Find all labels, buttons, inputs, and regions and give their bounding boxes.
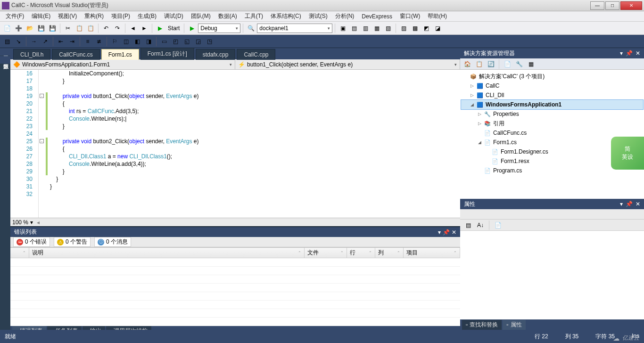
error-col-header[interactable]: 列⌃: [375, 247, 404, 258]
error-badge[interactable]: ⓘ0 个消息: [94, 237, 131, 247]
error-col-header[interactable]: 项目⌃: [404, 247, 460, 258]
bookmark-icon[interactable]: ⚐: [109, 36, 120, 47]
nav-back-icon[interactable]: ◄: [128, 23, 138, 33]
run-icon[interactable]: ▶: [187, 23, 197, 33]
t2-icon-11[interactable]: ◨: [143, 36, 154, 47]
menu-团队(M)[interactable]: 团队(M): [187, 11, 215, 21]
start-play-icon[interactable]: ▶: [155, 23, 165, 33]
error-badge[interactable]: ⛔0 个错误: [13, 237, 50, 247]
menu-编辑(E)[interactable]: 编辑(E): [28, 11, 54, 21]
t2-icon-4[interactable]: ↗: [40, 36, 50, 47]
paste-icon[interactable]: 📋: [85, 23, 96, 33]
config-combo[interactable]: Debug: [198, 24, 240, 33]
add-item-icon[interactable]: ➕: [13, 23, 24, 33]
menu-生成(B)[interactable]: 生成(B): [134, 11, 160, 21]
dx-icon-8[interactable]: ◩: [421, 23, 431, 33]
props-close-icon[interactable]: ✕: [636, 201, 640, 207]
redo-icon[interactable]: ↷: [112, 23, 123, 33]
solution-tree[interactable]: 📦解决方案'CallC' (3 个项目)▷🟦CallC▷🟦CLI_Dll◢🟦Wi…: [460, 70, 644, 199]
file-tab[interactable]: CallCFunc.cs: [52, 49, 99, 60]
sol-tb-5[interactable]: 🔧: [514, 59, 524, 69]
close-button[interactable]: ✕: [620, 1, 642, 10]
sol-pin-icon[interactable]: 📌: [626, 50, 633, 57]
error-col-header[interactable]: 行⌃: [347, 247, 375, 258]
props-dropdown-icon[interactable]: ▾: [620, 201, 623, 207]
dx-icon-2[interactable]: ▤: [349, 23, 359, 33]
menu-体系结构(C)[interactable]: 体系结构(C): [267, 11, 305, 21]
dx-icon-6[interactable]: ▨: [398, 23, 409, 33]
t2-icon-9[interactable]: ◫: [121, 36, 131, 47]
sol-tb-2[interactable]: 📋: [474, 59, 484, 69]
open-icon[interactable]: 📂: [25, 23, 35, 33]
menu-视图(V)[interactable]: 视图(V): [54, 11, 81, 21]
cut-icon[interactable]: ✂: [63, 23, 73, 33]
menu-工具(T)[interactable]: 工具(T): [241, 11, 267, 21]
nav-method-combo[interactable]: ⚡ button1_Click(object sender, EventArgs…: [235, 59, 460, 69]
error-col-header[interactable]: 说明⌃: [29, 247, 305, 258]
menu-调试(D)[interactable]: 调试(D): [160, 11, 187, 21]
t2-icon-10[interactable]: ◧: [132, 36, 142, 47]
error-grid[interactable]: ⌃说明⌃文件⌃行⌃列⌃项目⌃: [10, 247, 460, 326]
right-bottom-tab[interactable]: ▫属性: [503, 320, 525, 330]
dx-icon-1[interactable]: ▣: [338, 23, 348, 33]
left-tab[interactable]: 数据源: [0, 56, 10, 64]
file-tab[interactable]: CLI_Dll.h: [13, 49, 50, 60]
error-col-header[interactable]: 文件⌃: [305, 247, 347, 258]
error-col-header[interactable]: ⌃: [10, 247, 29, 258]
find-combo[interactable]: dockpanel1: [257, 24, 332, 33]
props-pages-icon[interactable]: 📄: [493, 220, 503, 230]
maximize-button[interactable]: □: [605, 1, 619, 10]
sol-dropdown-icon[interactable]: ▾: [620, 50, 623, 57]
code-editor[interactable]: 1617181920212223242526272829303132 -- In…: [10, 70, 460, 218]
props-az-icon[interactable]: A↓: [475, 220, 486, 230]
panel-pin-icon[interactable]: 📌: [443, 229, 450, 236]
error-badge[interactable]: ⚠0 个警告: [54, 237, 91, 247]
tree-item[interactable]: ▷🔧Properties: [461, 109, 643, 119]
undo-icon[interactable]: ↶: [101, 23, 111, 33]
dx-icon-7[interactable]: ▩: [410, 23, 420, 33]
indent-more-icon[interactable]: ⇥: [67, 36, 77, 47]
tree-item[interactable]: ▷🟦CLI_Dll: [461, 90, 643, 100]
props-cat-icon[interactable]: ▤: [463, 220, 473, 230]
tree-item[interactable]: ▷🟦CallC: [461, 81, 643, 90]
panel-dropdown-icon[interactable]: ▾: [438, 229, 441, 236]
right-bottom-tab[interactable]: ▫查找和替换: [462, 320, 502, 330]
menu-窗口(W)[interactable]: 窗口(W): [396, 11, 424, 21]
sol-close-icon[interactable]: ✕: [636, 50, 640, 57]
menu-DevExpress[interactable]: DevExpress: [358, 12, 396, 21]
menu-测试(S)[interactable]: 测试(S): [305, 11, 331, 21]
file-tab[interactable]: Form1.cs: [101, 49, 139, 60]
copy-icon[interactable]: 📋: [74, 23, 84, 33]
t2-icon-1[interactable]: ▤: [2, 36, 12, 47]
dx-icon-4[interactable]: ▦: [372, 23, 382, 33]
file-tab[interactable]: stdafx.cpp: [196, 49, 236, 60]
dx-icon-3[interactable]: ▥: [360, 23, 371, 33]
t2-icon-15[interactable]: ◲: [193, 36, 203, 47]
tree-item[interactable]: ◢🟦WindowsFormsApplication1: [461, 100, 643, 109]
save-all-icon[interactable]: 💾: [47, 23, 58, 33]
sol-tb-6[interactable]: ▦: [526, 59, 536, 69]
t2-icon-12[interactable]: ▭: [159, 36, 169, 47]
code-lines[interactable]: InitializeComponent(); } private void bu…: [48, 70, 460, 218]
menu-分析(N)[interactable]: 分析(N): [331, 11, 358, 21]
new-project-icon[interactable]: 📄: [2, 23, 12, 33]
find-icon[interactable]: 🔍: [246, 23, 256, 33]
sol-tb-1[interactable]: 🏠: [462, 59, 472, 69]
t2-icon-16[interactable]: ◳: [204, 36, 215, 47]
t2-icon-13[interactable]: ◰: [170, 36, 181, 47]
menu-重构(R)[interactable]: 重构(R): [81, 11, 107, 21]
file-tab[interactable]: Form1.cs [设计]: [140, 48, 194, 60]
left-tab[interactable]: 工具箱: [0, 48, 10, 56]
tree-item[interactable]: 📄CallCFunc.cs: [461, 128, 643, 138]
comment-icon[interactable]: ≡: [83, 36, 93, 47]
save-icon[interactable]: 💾: [36, 23, 46, 33]
sol-tb-3[interactable]: 🔄: [486, 59, 496, 69]
indent-less-icon[interactable]: ⇤: [56, 36, 66, 47]
minimize-button[interactable]: —: [590, 1, 604, 10]
menu-文件(F)[interactable]: 文件(F): [2, 11, 28, 21]
dx-icon-5[interactable]: ▧: [383, 23, 393, 33]
t2-icon-2[interactable]: ↘: [13, 36, 24, 47]
props-pin-icon[interactable]: 📌: [626, 201, 633, 207]
menu-数据(A)[interactable]: 数据(A): [215, 11, 241, 21]
panel-close-icon[interactable]: ✕: [452, 229, 456, 236]
